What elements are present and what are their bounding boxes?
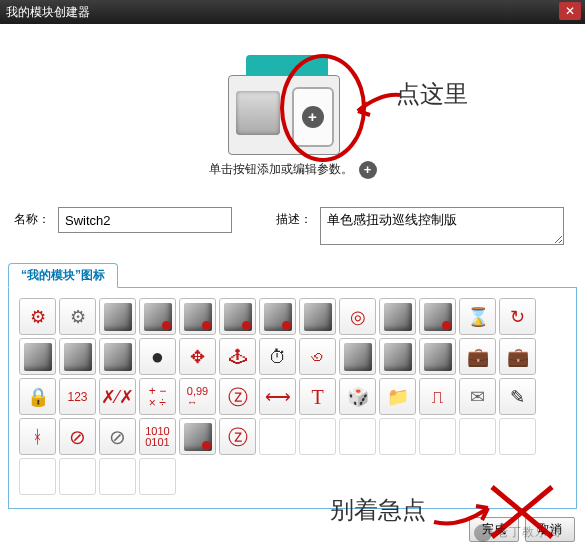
icon-option[interactable] [219,298,256,335]
digits-icon: 123 [67,391,87,403]
finish-button[interactable]: 完成 [469,517,519,542]
icon-option[interactable]: ● [139,338,176,375]
icon-option[interactable]: 10100101 [139,418,176,455]
motor-group-icon [304,303,332,331]
icon-option[interactable] [179,298,216,335]
icon-option[interactable] [59,338,96,375]
icon-option-empty[interactable] [299,418,336,455]
icon-option[interactable]: ↻ [499,298,536,335]
icon-option[interactable]: 🕹 [219,338,256,375]
decimal-icon: 0,99↔ [187,386,208,408]
sensor-icon [344,343,372,371]
icon-option-empty[interactable] [99,458,136,495]
description-input[interactable] [320,207,564,245]
icon-option[interactable] [419,298,456,335]
icon-option[interactable] [19,338,56,375]
brick-button-icon [424,303,452,331]
icon-option-empty[interactable] [379,418,416,455]
icon-option[interactable]: 123 [59,378,96,415]
sensor-alt-icon [384,343,412,371]
icon-option[interactable]: T [299,378,336,415]
icon-option[interactable]: 0,99↔ [179,378,216,415]
icon-option[interactable]: 🔒 [19,378,56,415]
icon-option[interactable]: ✎ [499,378,536,415]
icon-option[interactable]: ⊘ [59,418,96,455]
icon-option[interactable]: ᚼ [19,418,56,455]
cancel-button[interactable]: 取消 [525,517,575,542]
icon-option[interactable]: ⓩ [219,418,256,455]
circle-z-icon: ⓩ [228,387,248,407]
icon-grid: ⚙ ⚙ ◎ ⌛ ↻ ● ✥ 🕹 ⏱ ꩜ 💼 💼 🔒 123 ✗⁄✗ + −× ÷… [19,298,559,495]
icon-option[interactable] [339,338,376,375]
icon-option[interactable] [419,338,456,375]
icon-option[interactable] [259,298,296,335]
icon-option-empty[interactable] [459,418,496,455]
circle-z-icon: ⓩ [228,427,248,447]
close-button[interactable]: ✕ [559,2,581,20]
icon-option[interactable]: + −× ÷ [139,378,176,415]
icon-option-empty[interactable] [419,418,456,455]
briefcase-icon: 💼 [507,348,529,366]
add-parameter-slot[interactable]: + [292,87,334,147]
icon-option[interactable]: ⊘ [99,418,136,455]
icon-option[interactable]: ⓩ [219,378,256,415]
brick-icon [384,303,412,331]
icon-panel: ⚙ ⚙ ◎ ⌛ ↻ ● ✥ 🕹 ⏱ ꩜ 💼 💼 🔒 123 ✗⁄✗ + −× ÷… [8,288,577,509]
no-bluetooth-icon: ⊘ [69,427,86,447]
hint-plus-icon[interactable]: + [359,161,377,179]
binary-icon: 10100101 [145,426,169,448]
tab-myblock-icon[interactable]: “我的模块”图标 [8,263,118,288]
icon-option[interactable]: ⏱ [259,338,296,375]
math-icon: ✗⁄✗ [101,388,134,406]
dice-icon: 🎲 [347,388,369,406]
form-row: 名称： 描述： [0,199,585,253]
icon-option[interactable]: ⎍ [419,378,456,415]
icon-option-empty[interactable] [259,418,296,455]
icon-option[interactable]: ✗⁄✗ [99,378,136,415]
motor-icon [144,303,172,331]
icon-option[interactable] [299,298,336,335]
icon-option[interactable] [99,338,136,375]
cube-icon [64,343,92,371]
icon-option[interactable]: 💼 [459,338,496,375]
width-icon: ⟷ [265,388,291,406]
block-icon-slot [236,91,280,135]
device-icon [424,343,452,371]
dialog-footer: 完成 取消 [469,517,575,542]
dpad-icon: ✥ [190,348,205,366]
name-input[interactable] [58,207,232,233]
briefcase-icon: 💼 [467,348,489,366]
icon-option-empty[interactable] [59,458,96,495]
icon-option-empty[interactable] [499,418,536,455]
pencil-icon: ✎ [510,388,525,406]
icon-option-empty[interactable] [19,458,56,495]
loop-icon: ↻ [510,308,525,326]
icon-option[interactable]: 📁 [379,378,416,415]
icon-option[interactable]: 🎲 [339,378,376,415]
icon-option[interactable]: 💼 [499,338,536,375]
title-bar: 我的模块创建器 ✕ [0,0,585,24]
envelope-icon: ✉ [470,388,485,406]
icon-option[interactable] [379,338,416,375]
icon-option[interactable]: ⚙ [59,298,96,335]
icon-option-empty[interactable] [339,418,376,455]
icon-option[interactable] [379,298,416,335]
block-preview: + [228,55,358,155]
hint-text: 单击按钮添加或编辑参数。 [209,161,353,178]
plus-icon: + [302,106,324,128]
icon-option[interactable] [139,298,176,335]
icon-option[interactable]: ✥ [179,338,216,375]
icon-option[interactable] [179,418,216,455]
motor-icon [104,303,132,331]
icon-option[interactable]: ꩜ [299,338,336,375]
part-icon [184,423,212,451]
icon-option[interactable]: ✉ [459,378,496,415]
icon-option[interactable]: ⌛ [459,298,496,335]
icon-option[interactable]: ◎ [339,298,376,335]
icon-option[interactable]: ⚙ [19,298,56,335]
icon-option[interactable] [99,298,136,335]
window-title: 我的模块创建器 [6,4,90,21]
icon-option[interactable]: ⟷ [259,378,296,415]
icon-option-empty[interactable] [139,458,176,495]
dual-motor-icon [184,303,212,331]
